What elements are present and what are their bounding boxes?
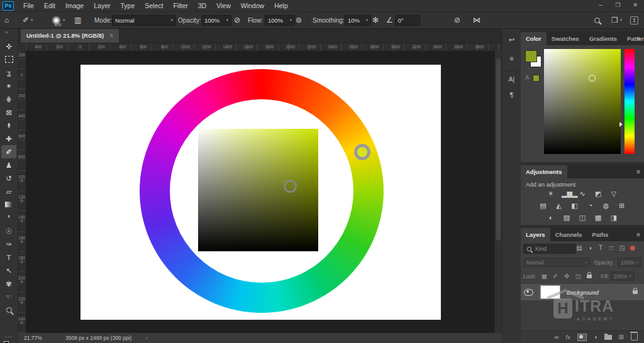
adjustment-layer-icon[interactable]: ◑ [594,334,597,340]
filter-pixel-layers-icon[interactable]: ▤ [575,244,584,251]
panel-foreground-swatch[interactable] [525,50,537,62]
frame-tool[interactable]: ⊠ [1,106,16,119]
menu-item-3d[interactable]: 3D [193,0,211,11]
flow-input[interactable]: 100%▾ [265,15,295,26]
toggle-brush-panel-button[interactable]: ▥ [74,12,81,28]
filter-shape-layers-icon[interactable]: □ [607,244,616,251]
gamut-warning-icon[interactable]: ⚠ [525,74,530,80]
filter-adjustment-layers-icon[interactable]: ◑ [586,244,594,251]
document-tab[interactable]: Untitled-1 @ 21.8% (RGB/8) × [21,28,119,43]
marquee-tool[interactable] [1,53,16,66]
minimize-button[interactable]: ─ [599,0,602,11]
hue-saturation-icon[interactable]: ▤ [538,202,548,210]
lasso-tool[interactable]: ʓ [1,66,16,79]
color-selector-circle[interactable] [589,75,596,82]
hue-ring-selector[interactable] [354,144,370,160]
brush-tool[interactable]: ✐ [1,145,16,158]
status-options-icon[interactable]: › [145,335,147,341]
levels-icon[interactable]: ▂▆▂ [562,190,572,198]
gradient-map-icon[interactable]: ▩ [593,214,603,222]
menu-item-image[interactable]: Image [60,0,89,11]
pen-tool[interactable]: ✑ [1,237,16,251]
toolbar-collapse-icon[interactable]: » [5,30,8,35]
black-white-icon[interactable]: ◧ [570,202,580,210]
paint-symmetry-button[interactable]: ⋈ [473,12,480,28]
gradient-tool[interactable] [1,198,16,211]
brush-angle-control[interactable]: ∠ 0° [386,12,420,28]
vibrance-icon[interactable]: ▽ [609,190,619,198]
hand-tool[interactable]: ☜ [1,290,16,303]
restore-button[interactable]: ❐ [615,0,620,11]
gamut-warning-swatch[interactable] [533,75,540,82]
delete-layer-icon[interactable] [631,334,638,340]
photo-filter-icon[interactable]: ◔ [586,202,596,210]
threshold-icon[interactable]: ◫ [577,214,587,222]
menu-item-type[interactable]: Type [115,0,140,11]
layer-group-icon[interactable] [604,335,612,340]
pressure-opacity-button[interactable]: ⊘ [234,12,240,28]
layer-thumbnail[interactable] [540,285,560,299]
character-panel-icon[interactable]: A| [502,76,521,83]
lock-all-icon[interactable] [584,273,594,280]
panel-menu-icon[interactable]: ≡ [636,231,640,238]
brightness-contrast-icon[interactable]: ☀ [546,190,556,198]
zoom-tool[interactable] [1,303,16,317]
paragraph-panel-icon[interactable]: ¶ [502,91,521,99]
channel-mixer-icon[interactable]: ◍ [601,202,611,210]
selective-color-icon[interactable]: ◨ [609,214,619,222]
filter-type-layers-icon[interactable]: T [596,244,605,251]
lock-position-icon[interactable]: ✜ [562,273,572,280]
pressure-size-button[interactable]: ⊘ [454,12,460,28]
healing-brush-tool[interactable]: ✚ [1,132,16,145]
history-panel-icon[interactable]: ↩ [502,36,521,44]
crop-tool[interactable]: ⋕ [1,92,16,106]
clone-stamp-tool[interactable]: ♟ [1,158,16,172]
hue-slider-pointer[interactable] [619,122,623,127]
curves-icon[interactable]: ∿ [577,190,587,198]
canvas-area[interactable] [26,51,494,333]
invert-icon[interactable]: ◐ [546,214,556,222]
menu-item-help[interactable]: Help [269,0,293,11]
new-layer-icon[interactable]: ⊞ [619,334,624,340]
layer-row-background[interactable]: Background [521,284,644,300]
lock-artboard-icon[interactable]: ◫ [573,273,583,280]
layer-mask-icon[interactable] [577,334,587,341]
close-button[interactable]: ✕ [633,0,638,11]
workspace-switcher[interactable]: ❒▾ [611,12,622,28]
properties-panel-icon[interactable]: ≡ [502,55,521,62]
layer-visibility-toggle[interactable] [521,284,536,300]
hud-saturation-brightness-box[interactable] [198,129,318,251]
brush-tool-preset[interactable]: ✐▾ [23,12,33,28]
share-button[interactable]: ↥ [630,12,638,28]
close-tab-icon[interactable]: × [109,32,113,39]
shape-tool[interactable]: ✾ [1,277,16,290]
lock-image-pixels-icon[interactable]: ✐ [550,273,560,280]
path-select-tool[interactable]: ↖ [1,264,16,277]
layer-fill-input[interactable]: 100%▾ [611,271,635,281]
smoothing-input[interactable]: 10%▾ [345,15,371,26]
lock-transparent-pixels-icon[interactable]: ▦ [539,273,549,280]
brush-preset-picker[interactable]: 409 ▾ [52,12,65,28]
eyedropper-tool[interactable]: ✒ [1,119,16,132]
menu-item-file[interactable]: File [18,0,39,11]
angle-input[interactable]: 0° [395,15,420,26]
layer-effects-icon[interactable]: fx [566,334,570,340]
link-layers-icon[interactable]: ∞ [554,334,558,340]
color-lookup-icon[interactable]: ⊞ [617,202,627,210]
zoom-level-field[interactable]: 21.77% [24,335,57,341]
saturation-brightness-selector[interactable] [284,180,297,193]
color-balance-icon[interactable]: ◭ [554,202,564,210]
layer-opacity-input[interactable]: 100%▾ [618,258,641,267]
posterize-icon[interactable]: ▨ [562,214,572,222]
opacity-input[interactable]: 100%▾ [201,15,231,26]
panel-menu-icon[interactable]: ≡ [636,168,640,175]
vertical-ruler[interactable]: 2000200400600800100012001400160018002000… [18,51,26,333]
tab-adjustments[interactable]: Adjustments [521,165,567,178]
move-tool[interactable]: ✜ [1,40,16,53]
dodge-tool[interactable]: ☉ [1,224,16,237]
layer-blend-mode-select[interactable]: Normal▾ [523,258,591,267]
menu-item-edit[interactable]: Edit [39,0,60,11]
smoothing-options-button[interactable]: ✻ [372,12,379,28]
menu-item-select[interactable]: Select [140,0,168,11]
history-brush-tool[interactable]: ↺ [1,172,16,185]
